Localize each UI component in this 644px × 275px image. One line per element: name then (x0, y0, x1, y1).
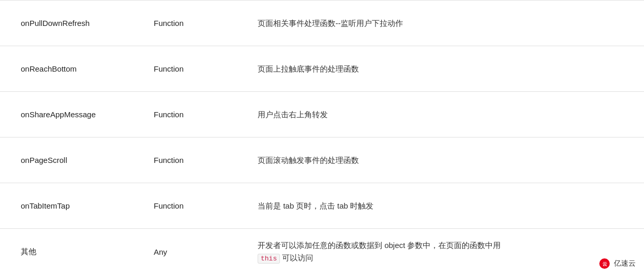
cell-name: onPullDownRefresh (0, 1, 145, 46)
api-table: onPullDownRefreshFunction页面相关事件处理函数--监听用… (0, 0, 644, 275)
cell-description: 用户点击右上角转发 (249, 92, 644, 137)
table-row: onShareAppMessageFunction用户点击右上角转发 (0, 92, 644, 138)
table-row: onReachBottomFunction页面上拉触底事件的处理函数 (0, 46, 644, 92)
cell-name: onShareAppMessage (0, 92, 145, 137)
cell-description: 页面滚动触发事件的处理函数 (249, 138, 644, 183)
table-row: 其他Any开发者可以添加任意的函数或数据到 object 参数中，在页面的函数中… (0, 229, 644, 275)
cell-description: 当前是 tab 页时，点击 tab 时触发 (249, 183, 644, 228)
cell-name: 其他 (0, 229, 145, 275)
logo-text: 亿速云 (614, 259, 636, 268)
cell-type: Function (145, 183, 249, 228)
cell-name: onPageScroll (0, 138, 145, 183)
table-row: onPageScrollFunction页面滚动触发事件的处理函数 (0, 138, 644, 183)
svg-text:云: 云 (602, 262, 607, 267)
cell-type: Function (145, 92, 249, 137)
cell-description: 开发者可以添加任意的函数或数据到 object 参数中，在页面的函数中用this… (249, 229, 644, 275)
table-row: onPullDownRefreshFunction页面相关事件处理函数--监听用… (0, 1, 644, 46)
cell-description: 页面相关事件处理函数--监听用户下拉动作 (249, 1, 644, 46)
logo-icon: 云 (598, 257, 611, 270)
cell-name: onTabItemTap (0, 183, 145, 228)
cell-description: 页面上拉触底事件的处理函数 (249, 46, 644, 91)
cell-name: onReachBottom (0, 46, 145, 91)
brand-logo: 云 亿速云 (598, 257, 636, 270)
cell-type: Any (145, 229, 249, 275)
table-row: onTabItemTapFunction当前是 tab 页时，点击 tab 时触… (0, 183, 644, 229)
cell-type: Function (145, 138, 249, 183)
inline-code: this (258, 254, 280, 264)
cell-type: Function (145, 1, 249, 46)
cell-type: Function (145, 46, 249, 91)
